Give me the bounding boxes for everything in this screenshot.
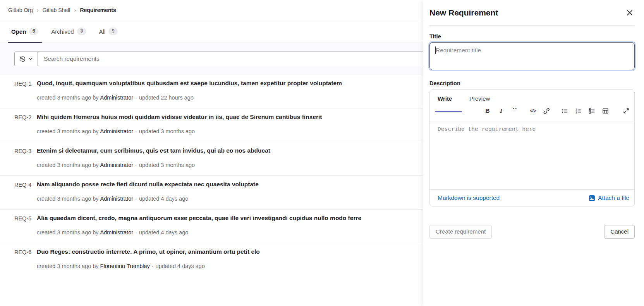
bold-icon: B [485,107,489,114]
close-button[interactable] [625,8,635,18]
meta-separator: · [135,162,137,168]
updated-text: updated 4 days ago [156,263,205,269]
requirement-description-input[interactable] [430,122,634,190]
created-text: created 3 months ago by [37,263,99,269]
breadcrumb-group-link[interactable]: Gitlab Org [8,7,33,13]
table-button[interactable] [601,106,610,115]
requirement-id: REQ-3 [14,148,31,154]
requirement-meta: created 3 months ago byAdministrator·upd… [37,128,195,134]
requirement-id: REQ-4 [14,182,31,188]
link-button[interactable] [542,106,551,115]
requirement-meta: created 3 months ago byAdministrator·upd… [37,229,188,236]
numbered-list-icon: 1 2 3 [575,108,582,114]
breadcrumb-project-link[interactable]: Gitlab Shell [43,7,70,13]
requirement-title-link[interactable]: Alia quaedam dicent, credo, magna antiqu… [37,215,361,222]
new-requirement-drawer: New Requirement Title Description Write … [423,0,644,306]
requirement-title-link[interactable]: Quod, inquit, quamquam voluptatibus quib… [37,80,342,87]
blockquote-button[interactable]: ” [510,106,519,115]
requirement-meta: created 3 months ago byFlorentino Trembl… [37,263,205,269]
drawer-header: New Requirement [429,0,635,26]
author-link[interactable]: Administrator [100,95,133,101]
requirement-id: REQ-2 [14,114,31,120]
created-text: created 3 months ago by [37,196,99,202]
updated-text: updated 3 months ago [139,162,195,168]
author-link[interactable]: Administrator [100,162,133,168]
fullscreen-icon [623,108,629,114]
updated-text: updated 22 hours ago [139,95,194,101]
tab-open[interactable]: Open 6 [8,20,42,43]
author-link[interactable]: Administrator [100,128,133,134]
meta-separator: · [135,128,137,134]
author-link[interactable]: Administrator [100,196,133,202]
markdown-editor-footer: Markdown is supported Attach a file [430,189,634,206]
requirement-title-input[interactable] [429,42,635,70]
meta-separator: · [135,229,137,236]
active-tab-indicator [435,111,462,112]
chevron-right-icon: › [74,7,76,13]
requirement-meta: created 3 months ago byAdministrator·upd… [37,196,188,202]
tab-write[interactable]: Write [438,95,452,102]
code-button[interactable]: </> [529,106,537,115]
created-text: created 3 months ago by [37,162,99,168]
tab-all-count-badge: 9 [108,28,118,35]
requirement-meta: created 3 months ago byAdministrator·upd… [37,95,194,101]
tab-open-count-badge: 6 [29,28,38,35]
tab-archived-count-badge: 3 [77,28,86,35]
updated-text: updated 4 days ago [139,229,188,236]
breadcrumb-current-page: Requirements [80,7,116,13]
task-list-button[interactable] [587,106,596,115]
table-icon [602,108,609,114]
tab-archived-label: Archived [51,28,74,35]
title-field [429,42,635,70]
italic-icon: I [500,107,502,114]
requirement-title-link[interactable]: Etenim si delectamur, cum scribimus, qui… [37,147,270,154]
italic-button[interactable]: I [497,106,505,115]
requirement-title-link[interactable]: Mihi quidem Homerus huius modi quiddam v… [37,113,322,120]
tab-archived[interactable]: Archived 3 [48,20,89,43]
requirement-title-link[interactable]: Duo Reges: constructio interrete. A prim… [37,248,260,255]
tab-open-label: Open [11,28,26,35]
tab-preview[interactable]: Preview [469,95,490,102]
created-text: created 3 months ago by [37,128,99,134]
attach-file-button[interactable]: Attach a file [589,194,629,201]
attach-file-label: Attach a file [598,194,629,201]
markdown-editor-body [430,122,634,190]
tab-all[interactable]: All 9 [96,20,122,43]
bulleted-list-icon [562,108,568,114]
requirement-title-link[interactable]: Nam aliquando posse recte fieri dicunt n… [37,181,259,188]
tab-all-label: All [99,28,106,35]
created-text: created 3 months ago by [37,95,99,101]
bulleted-list-button[interactable] [560,106,569,115]
markdown-editor-header: Write Preview B I ” </> [430,90,634,122]
text-cursor [435,46,436,54]
requirement-id: REQ-5 [14,215,31,222]
svg-text:3: 3 [575,112,577,114]
author-link[interactable]: Administrator [100,229,133,236]
chevron-down-icon [29,57,33,60]
close-icon [627,10,632,15]
numbered-list-button[interactable]: 1 2 3 [574,106,582,115]
updated-text: updated 4 days ago [139,196,188,202]
recent-searches-button[interactable] [15,52,38,66]
drawer-actions: Create requirement Cancel [429,225,635,239]
bold-button[interactable]: B [483,106,492,115]
cancel-button[interactable]: Cancel [604,225,635,239]
description-field-label: Description [429,80,635,86]
task-list-icon [589,108,595,114]
drawer-title: New Requirement [429,8,498,17]
create-requirement-button[interactable]: Create requirement [429,225,492,239]
code-icon: </> [530,108,536,113]
meta-separator: · [152,263,154,269]
created-text: created 3 months ago by [37,229,99,236]
author-link[interactable]: Florentino Tremblay [100,263,150,269]
history-icon [19,56,26,62]
attach-image-icon [589,195,595,201]
requirement-id: REQ-1 [14,81,31,87]
link-icon [543,108,550,114]
requirement-meta: created 3 months ago byAdministrator·upd… [37,162,195,168]
fullscreen-button[interactable] [622,106,630,115]
markdown-supported-link[interactable]: Markdown is supported [438,194,500,201]
quote-icon: ” [512,108,517,113]
meta-separator: · [135,196,137,202]
markdown-toolbar: B I ” </> [478,106,630,115]
